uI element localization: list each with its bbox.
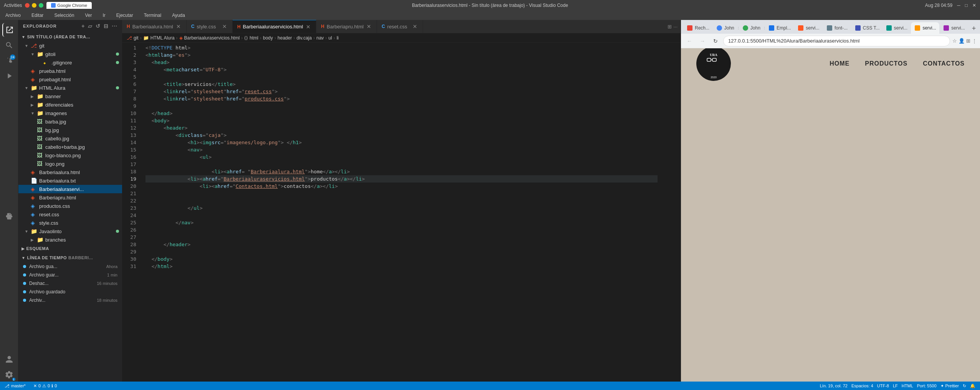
breadcrumb-body[interactable]: body — [263, 35, 273, 41]
workspace-section[interactable]: ▼ SIN TÍTULO (ÁREA DE TRA... — [18, 32, 122, 41]
tree-item-style[interactable]: ◈ style.css — [18, 219, 122, 227]
tree-item-barberiaaluraservi[interactable]: ◈ Barberiaaluraservi... — [18, 185, 122, 193]
timeline-item-4[interactable]: Archivo guardado — [18, 288, 122, 296]
browser-tab-7[interactable]: CSS T... ✕ — [851, 22, 882, 34]
browser-tab-5[interactable]: servi... ✕ — [794, 22, 823, 34]
tab-barberiaaluraservicios[interactable]: H Barberiaaluraservicios.html ✕ — [233, 20, 316, 33]
more-icon[interactable]: ··· — [112, 23, 117, 29]
website-nav-productos[interactable]: PRODUCTOS — [865, 60, 907, 67]
status-language[interactable]: HTML — [900, 383, 915, 388]
tree-item-logo-blanco[interactable]: 🖼 logo-blanco.png — [18, 151, 122, 160]
minimize-button[interactable] — [32, 3, 36, 8]
tree-item-barba[interactable]: 🖼 barba.jpg — [18, 117, 122, 126]
reload-button[interactable]: ↻ — [710, 36, 721, 46]
browser-tab-close-5[interactable]: ✕ — [822, 25, 823, 31]
menu-seleccion[interactable]: Selección — [52, 12, 76, 19]
tree-item-cabello-barba[interactable]: 🖼 cabello+barba.jpg — [18, 143, 122, 151]
status-prettier[interactable]: ✦ Prettier — [939, 383, 960, 388]
status-encoding[interactable]: UTF-8 — [876, 383, 891, 388]
search-activity-icon[interactable] — [2, 38, 16, 52]
tree-item-diferenciales[interactable]: ▶ 📁 diferenciales — [18, 100, 122, 109]
timeline-section[interactable]: ▼ LÍNEA DE TIEMPO Barberi... — [18, 253, 122, 262]
browser-tab-close-8[interactable]: ✕ — [910, 25, 911, 31]
status-line[interactable]: Lín. 19, col. 72 — [818, 383, 849, 388]
browser-tab-close-1[interactable]: ✕ — [712, 25, 712, 31]
tab-close-4[interactable]: ✕ — [366, 23, 372, 30]
tree-item-pruebagit[interactable]: ◈ pruebagit.html — [18, 75, 122, 84]
status-notification[interactable]: 🔔 — [968, 383, 977, 388]
close-icon[interactable]: ✕ — [972, 3, 976, 8]
tree-item-prueba[interactable]: ◈ prueba.html — [18, 67, 122, 75]
explorer-activity-icon[interactable] — [2, 23, 16, 37]
extensions-activity-icon[interactable] — [2, 209, 16, 223]
menu-ir[interactable]: Ir — [100, 12, 107, 19]
breadcrumb-html[interactable]: ⟨⟩ html — [244, 35, 258, 41]
url-bar[interactable]: 127.0.0.1:5500/HTML%20Alura/Barberiaalur… — [723, 36, 950, 46]
browser-tab-close-2[interactable]: ✕ — [737, 25, 739, 31]
browser-tab-1[interactable]: Rech... ✕ — [683, 22, 712, 34]
menu-editar[interactable]: Editar — [29, 12, 46, 19]
esquema-section[interactable]: ▶ ESQUEMA — [18, 244, 122, 253]
breadcrumb-htmlalura[interactable]: 📁 HTML Alura — [143, 35, 175, 41]
git-activity-icon[interactable]: 24 — [2, 54, 16, 67]
tab-close-1[interactable]: ✕ — [175, 23, 182, 30]
tree-item-git[interactable]: ▼ ⎇ git — [18, 41, 122, 50]
breadcrumb-file[interactable]: ◈ Barberiaaluraservicios.html — [179, 35, 240, 41]
menu-archivo[interactable]: Archivo — [3, 12, 23, 19]
back-button[interactable]: ← — [684, 36, 695, 46]
close-button[interactable] — [25, 3, 30, 8]
split-editor-icon[interactable]: ⊞ — [668, 24, 672, 30]
browser-tab-close-9[interactable]: ✕ — [939, 25, 939, 31]
tree-item-imagenes[interactable]: ▼ 📁 imagenes — [18, 109, 122, 117]
restore-icon[interactable]: □ — [965, 3, 968, 8]
code-editor-content[interactable]: <!DOCTYPE html> <html lang="es"> <head> … — [139, 43, 658, 382]
browser-tab-close-3[interactable]: ✕ — [763, 25, 765, 31]
code-editor[interactable]: 1 2 3 4 5 6 7 8 9 10 11 12 13 14 15 16 1… — [122, 43, 681, 382]
forward-button[interactable]: → — [697, 36, 708, 46]
refresh-icon[interactable]: ↺ — [96, 23, 101, 29]
website-nav-contactos[interactable]: CONTACTOS — [923, 60, 965, 67]
browser-tab-6[interactable]: font-... ✕ — [823, 22, 851, 34]
browser-tab-close-4[interactable]: ✕ — [793, 25, 794, 31]
tree-item-barberiaalura-txt[interactable]: 📄 Barberiaalura.txt — [18, 176, 122, 185]
timeline-item-2[interactable]: Archivo guar... 1 min — [18, 271, 122, 279]
browser-tab-close-6[interactable]: ✕ — [850, 25, 851, 31]
browser-tab-9[interactable]: servi... ✕ — [911, 22, 939, 34]
tree-item-productos[interactable]: ◈ productos.css — [18, 202, 122, 210]
profile-icon[interactable]: 👤 — [959, 38, 965, 44]
tree-item-javaolinto[interactable]: ▼ 📁 Javaolinto — [18, 227, 122, 235]
tree-item-barberiaalura[interactable]: ◈ Barberiaalura.html — [18, 168, 122, 176]
status-line-ending[interactable]: LF — [891, 383, 899, 388]
tab-close-5[interactable]: ✕ — [412, 23, 418, 30]
maximize-button[interactable] — [39, 3, 43, 8]
breadcrumb-header[interactable]: header — [278, 35, 292, 41]
timeline-item-3[interactable]: Deshac... 16 minutos — [18, 279, 122, 288]
chrome-tab[interactable]: Google Chrome — [46, 2, 92, 9]
tree-item-htmlalura[interactable]: ▼ 📁 HTML Alura — [18, 84, 122, 92]
tree-item-barberiapru[interactable]: ◈ Barberiapru.html — [18, 193, 122, 202]
more-browser-icon[interactable]: ⋮ — [972, 38, 977, 44]
status-spaces[interactable]: Espacios: 4 — [850, 383, 875, 388]
browser-tab-10[interactable]: servi... ✕ — [940, 22, 968, 34]
status-branch[interactable]: ⎇ master* — [3, 383, 27, 388]
tab-style[interactable]: C style.css ✕ — [187, 20, 233, 33]
tree-item-logo[interactable]: 🖼 logo.png — [18, 160, 122, 168]
more-tabs-icon[interactable]: ··· — [673, 24, 678, 30]
extensions-icon-browser[interactable]: ⊞ — [966, 38, 970, 44]
website-nav-home[interactable]: HOME — [830, 60, 849, 67]
breadcrumb-li[interactable]: li — [337, 35, 339, 41]
tree-item-cabello[interactable]: 🖼 cabello.jpg — [18, 134, 122, 143]
new-folder-icon[interactable]: ▱ — [88, 23, 93, 29]
minimize-icon[interactable]: ─ — [957, 3, 960, 8]
tree-item-gitoli[interactable]: ▼ 📁 gitoli — [18, 50, 122, 58]
settings-activity-icon[interactable]: 1 — [2, 368, 16, 382]
collapse-icon[interactable]: ⊟ — [104, 23, 109, 29]
tree-item-reset[interactable]: ◈ reset.css — [18, 210, 122, 219]
breadcrumb-git[interactable]: ⎇ git — [127, 35, 139, 41]
browser-tab-2[interactable]: John ✕ — [713, 22, 739, 34]
tab-barberiaalura[interactable]: H Barberiaalura.html ✕ — [122, 20, 187, 33]
status-sync[interactable]: ↻ — [961, 383, 968, 388]
run-activity-icon[interactable] — [2, 69, 16, 83]
tab-close-3[interactable]: ✕ — [305, 24, 311, 30]
bookmark-icon[interactable]: ☆ — [952, 38, 957, 44]
